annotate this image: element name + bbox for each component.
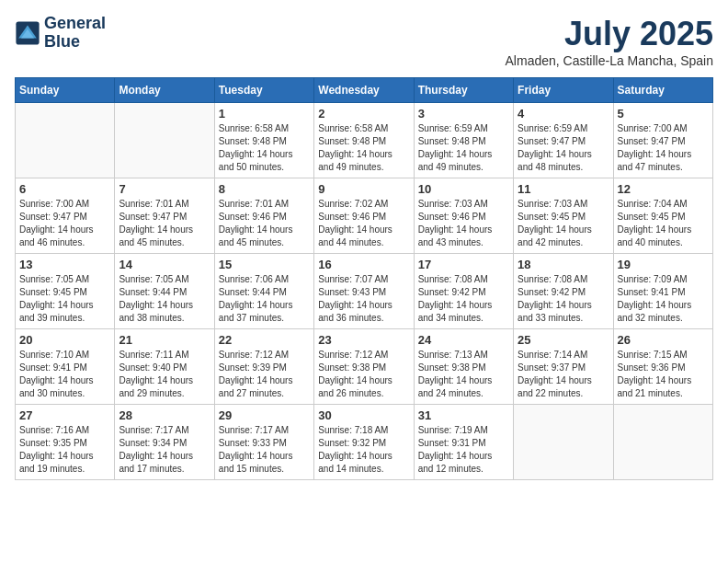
page-header: General Blue July 2025 Almaden, Castille… bbox=[15, 15, 713, 68]
calendar-cell: 15Sunrise: 7:06 AM Sunset: 9:44 PM Dayli… bbox=[214, 254, 313, 329]
day-info: Sunrise: 7:09 AM Sunset: 9:41 PM Dayligh… bbox=[618, 273, 709, 325]
day-info: Sunrise: 7:08 AM Sunset: 9:42 PM Dayligh… bbox=[418, 273, 509, 325]
day-info: Sunrise: 7:00 AM Sunset: 9:47 PM Dayligh… bbox=[19, 198, 110, 249]
calendar-cell: 12Sunrise: 7:04 AM Sunset: 9:45 PM Dayli… bbox=[613, 178, 712, 254]
day-number: 18 bbox=[518, 258, 609, 271]
day-number: 27 bbox=[19, 408, 110, 422]
calendar-cell: 11Sunrise: 7:03 AM Sunset: 9:45 PM Dayli… bbox=[514, 178, 613, 254]
calendar-week-row: 20Sunrise: 7:10 AM Sunset: 9:41 PM Dayli… bbox=[16, 329, 713, 405]
calendar-cell: 1Sunrise: 6:58 AM Sunset: 9:48 PM Daylig… bbox=[214, 103, 313, 178]
day-info: Sunrise: 6:58 AM Sunset: 9:48 PM Dayligh… bbox=[219, 122, 310, 174]
day-info: Sunrise: 7:08 AM Sunset: 9:42 PM Dayligh… bbox=[518, 273, 609, 325]
day-number: 28 bbox=[119, 408, 210, 422]
day-number: 21 bbox=[119, 333, 210, 347]
day-info: Sunrise: 7:12 AM Sunset: 9:39 PM Dayligh… bbox=[219, 349, 310, 400]
calendar-cell: 17Sunrise: 7:08 AM Sunset: 9:42 PM Dayli… bbox=[414, 254, 513, 329]
day-number: 5 bbox=[618, 107, 709, 121]
calendar-cell: 6Sunrise: 7:00 AM Sunset: 9:47 PM Daylig… bbox=[16, 178, 115, 254]
calendar-cell bbox=[115, 103, 214, 178]
day-info: Sunrise: 7:15 AM Sunset: 9:36 PM Dayligh… bbox=[618, 349, 709, 400]
calendar-cell: 3Sunrise: 6:59 AM Sunset: 9:48 PM Daylig… bbox=[414, 103, 513, 178]
day-info: Sunrise: 6:59 AM Sunset: 9:48 PM Dayligh… bbox=[418, 122, 509, 174]
day-number: 20 bbox=[19, 333, 110, 347]
calendar-header-row: SundayMondayTuesdayWednesdayThursdayFrid… bbox=[16, 78, 713, 103]
day-number: 11 bbox=[518, 182, 609, 196]
calendar-cell: 27Sunrise: 7:16 AM Sunset: 9:35 PM Dayli… bbox=[16, 405, 115, 480]
calendar-week-row: 6Sunrise: 7:00 AM Sunset: 9:47 PM Daylig… bbox=[16, 178, 713, 254]
title-block: July 2025 Almaden, Castille-La Mancha, S… bbox=[506, 15, 713, 68]
day-header: Monday bbox=[115, 78, 214, 103]
day-number: 24 bbox=[418, 333, 509, 347]
day-number: 1 bbox=[219, 107, 310, 121]
calendar-cell: 26Sunrise: 7:15 AM Sunset: 9:36 PM Dayli… bbox=[613, 329, 712, 405]
calendar-cell: 19Sunrise: 7:09 AM Sunset: 9:41 PM Dayli… bbox=[613, 254, 712, 329]
calendar-cell: 23Sunrise: 7:12 AM Sunset: 9:38 PM Dayli… bbox=[314, 329, 414, 405]
day-info: Sunrise: 7:12 AM Sunset: 9:38 PM Dayligh… bbox=[318, 349, 409, 400]
day-header: Wednesday bbox=[314, 78, 414, 103]
day-info: Sunrise: 7:13 AM Sunset: 9:38 PM Dayligh… bbox=[418, 349, 509, 400]
calendar-cell bbox=[514, 405, 613, 480]
day-info: Sunrise: 7:11 AM Sunset: 9:40 PM Dayligh… bbox=[119, 349, 210, 400]
day-info: Sunrise: 7:05 AM Sunset: 9:45 PM Dayligh… bbox=[19, 273, 110, 325]
calendar-cell: 13Sunrise: 7:05 AM Sunset: 9:45 PM Dayli… bbox=[16, 254, 115, 329]
calendar-cell: 5Sunrise: 7:00 AM Sunset: 9:47 PM Daylig… bbox=[613, 103, 712, 178]
month-title: July 2025 bbox=[506, 15, 713, 53]
day-info: Sunrise: 7:02 AM Sunset: 9:46 PM Dayligh… bbox=[318, 198, 409, 249]
logo-icon bbox=[15, 20, 40, 46]
calendar-cell bbox=[16, 103, 115, 178]
day-info: Sunrise: 7:14 AM Sunset: 9:37 PM Dayligh… bbox=[518, 349, 609, 400]
calendar-cell: 2Sunrise: 6:58 AM Sunset: 9:48 PM Daylig… bbox=[314, 103, 414, 178]
calendar-cell: 28Sunrise: 7:17 AM Sunset: 9:34 PM Dayli… bbox=[115, 405, 214, 480]
calendar-cell: 25Sunrise: 7:14 AM Sunset: 9:37 PM Dayli… bbox=[514, 329, 613, 405]
day-number: 12 bbox=[618, 182, 709, 196]
day-number: 17 bbox=[418, 258, 509, 271]
calendar-week-row: 27Sunrise: 7:16 AM Sunset: 9:35 PM Dayli… bbox=[16, 405, 713, 480]
day-number: 10 bbox=[418, 182, 509, 196]
day-number: 31 bbox=[418, 408, 509, 422]
logo: General Blue bbox=[15, 15, 106, 52]
day-number: 22 bbox=[219, 333, 310, 347]
day-info: Sunrise: 7:05 AM Sunset: 9:44 PM Dayligh… bbox=[119, 273, 210, 325]
day-info: Sunrise: 7:16 AM Sunset: 9:35 PM Dayligh… bbox=[19, 424, 110, 476]
day-header: Friday bbox=[514, 78, 613, 103]
calendar-cell: 22Sunrise: 7:12 AM Sunset: 9:39 PM Dayli… bbox=[214, 329, 313, 405]
calendar-week-row: 1Sunrise: 6:58 AM Sunset: 9:48 PM Daylig… bbox=[16, 103, 713, 178]
calendar-cell: 4Sunrise: 6:59 AM Sunset: 9:47 PM Daylig… bbox=[514, 103, 613, 178]
location: Almaden, Castille-La Mancha, Spain bbox=[506, 53, 713, 68]
calendar-cell: 29Sunrise: 7:17 AM Sunset: 9:33 PM Dayli… bbox=[214, 405, 313, 480]
day-number: 6 bbox=[19, 182, 110, 196]
day-info: Sunrise: 7:03 AM Sunset: 9:46 PM Dayligh… bbox=[418, 198, 509, 249]
day-number: 26 bbox=[618, 333, 709, 347]
day-info: Sunrise: 7:03 AM Sunset: 9:45 PM Dayligh… bbox=[518, 198, 609, 249]
day-number: 16 bbox=[318, 258, 409, 271]
day-number: 8 bbox=[219, 182, 310, 196]
day-header: Thursday bbox=[414, 78, 513, 103]
calendar-cell: 20Sunrise: 7:10 AM Sunset: 9:41 PM Dayli… bbox=[16, 329, 115, 405]
calendar-cell: 31Sunrise: 7:19 AM Sunset: 9:31 PM Dayli… bbox=[414, 405, 513, 480]
day-number: 13 bbox=[19, 258, 110, 271]
day-info: Sunrise: 7:19 AM Sunset: 9:31 PM Dayligh… bbox=[418, 424, 509, 476]
day-header: Saturday bbox=[613, 78, 712, 103]
day-info: Sunrise: 7:01 AM Sunset: 9:46 PM Dayligh… bbox=[219, 198, 310, 249]
day-info: Sunrise: 6:59 AM Sunset: 9:47 PM Dayligh… bbox=[518, 122, 609, 174]
calendar-cell: 24Sunrise: 7:13 AM Sunset: 9:38 PM Dayli… bbox=[414, 329, 513, 405]
day-info: Sunrise: 7:17 AM Sunset: 9:34 PM Dayligh… bbox=[119, 424, 210, 476]
calendar-cell: 21Sunrise: 7:11 AM Sunset: 9:40 PM Dayli… bbox=[115, 329, 214, 405]
day-info: Sunrise: 7:06 AM Sunset: 9:44 PM Dayligh… bbox=[219, 273, 310, 325]
day-header: Sunday bbox=[16, 78, 115, 103]
day-info: Sunrise: 7:10 AM Sunset: 9:41 PM Dayligh… bbox=[19, 349, 110, 400]
day-number: 14 bbox=[119, 258, 210, 271]
day-number: 7 bbox=[119, 182, 210, 196]
day-number: 30 bbox=[318, 408, 409, 422]
day-number: 15 bbox=[219, 258, 310, 271]
day-info: Sunrise: 7:17 AM Sunset: 9:33 PM Dayligh… bbox=[219, 424, 310, 476]
day-info: Sunrise: 7:18 AM Sunset: 9:32 PM Dayligh… bbox=[318, 424, 409, 476]
day-number: 23 bbox=[318, 333, 409, 347]
day-number: 4 bbox=[518, 107, 609, 121]
calendar-cell: 16Sunrise: 7:07 AM Sunset: 9:43 PM Dayli… bbox=[314, 254, 414, 329]
day-info: Sunrise: 7:00 AM Sunset: 9:47 PM Dayligh… bbox=[618, 122, 709, 174]
calendar-cell: 10Sunrise: 7:03 AM Sunset: 9:46 PM Dayli… bbox=[414, 178, 513, 254]
day-info: Sunrise: 7:07 AM Sunset: 9:43 PM Dayligh… bbox=[318, 273, 409, 325]
calendar-cell: 8Sunrise: 7:01 AM Sunset: 9:46 PM Daylig… bbox=[214, 178, 313, 254]
day-info: Sunrise: 7:01 AM Sunset: 9:47 PM Dayligh… bbox=[119, 198, 210, 249]
